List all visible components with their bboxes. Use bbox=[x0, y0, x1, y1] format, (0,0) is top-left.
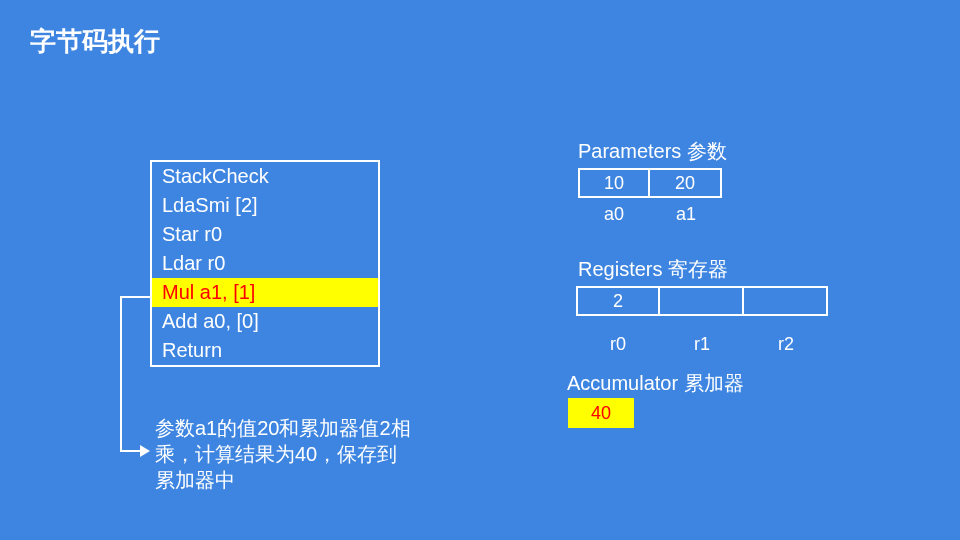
registers-labels: r0 r1 r2 bbox=[576, 334, 828, 355]
bytecode-line-1: LdaSmi [2] bbox=[152, 191, 378, 220]
param-label-a1: a1 bbox=[650, 200, 722, 225]
reg-label-r1: r1 bbox=[660, 334, 744, 355]
connector-line bbox=[120, 450, 142, 452]
reg-label-r2: r2 bbox=[744, 334, 828, 355]
bytecode-line-3: Ldar r0 bbox=[152, 249, 378, 278]
registers-title: Registers 寄存器 bbox=[578, 256, 728, 283]
page-title: 字节码执行 bbox=[30, 24, 160, 59]
bytecode-line-5: Add a0, [0] bbox=[152, 307, 378, 336]
accumulator-value: 40 bbox=[568, 398, 634, 428]
bytecode-line-4: Mul a1, [1] bbox=[152, 278, 378, 307]
param-cell-a0: 10 bbox=[578, 168, 650, 198]
parameters-title: Parameters 参数 bbox=[578, 138, 727, 165]
bytecode-line-2: Star r0 bbox=[152, 220, 378, 249]
bytecode-listing: StackCheckLdaSmi [2]Star r0Ldar r0Mul a1… bbox=[150, 160, 380, 367]
arrow-right-icon bbox=[140, 445, 150, 457]
param-label-a0: a0 bbox=[578, 200, 650, 225]
param-cell-a1: 20 bbox=[650, 168, 722, 198]
reg-cell-r1 bbox=[660, 286, 744, 316]
bytecode-line-0: StackCheck bbox=[152, 162, 378, 191]
parameters-labels: a0 a1 bbox=[578, 200, 722, 225]
explanation-text: 参数a1的值20和累加器值2相乘，计算结果为40，保存到累加器中 bbox=[155, 415, 415, 493]
reg-cell-r0: 2 bbox=[576, 286, 660, 316]
reg-cell-r2 bbox=[744, 286, 828, 316]
accumulator-title: Accumulator 累加器 bbox=[567, 370, 744, 397]
parameters-table: 10 20 bbox=[578, 168, 722, 198]
connector-line bbox=[120, 296, 122, 452]
registers-table: 2 bbox=[576, 286, 828, 316]
bytecode-line-6: Return bbox=[152, 336, 378, 365]
connector-line bbox=[120, 296, 150, 298]
reg-label-r0: r0 bbox=[576, 334, 660, 355]
